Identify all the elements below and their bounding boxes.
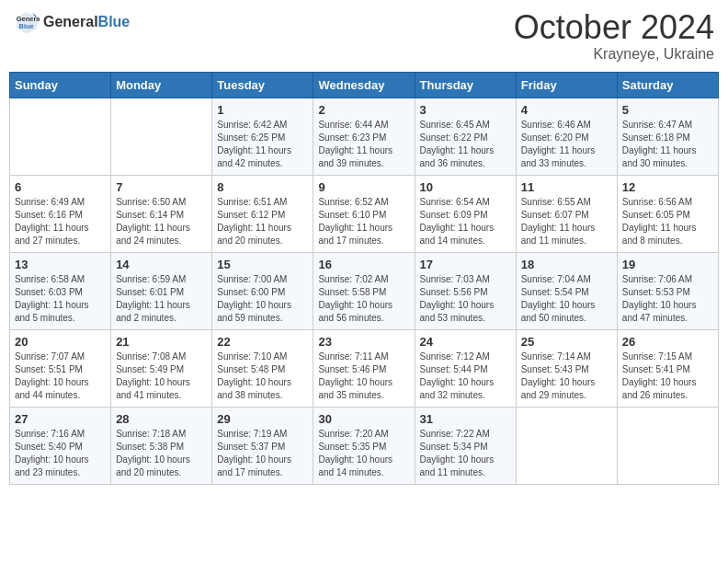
day-number: 9 — [318, 180, 409, 194]
day-number: 21 — [116, 335, 207, 349]
calendar-cell: 2Sunrise: 6:44 AM Sunset: 6:23 PM Daylig… — [313, 98, 415, 175]
day-info: Sunrise: 7:00 AM Sunset: 6:00 PM Dayligh… — [217, 273, 308, 325]
page-header: General Blue GeneralBlue October 2024 Kr… — [9, 9, 719, 63]
day-number: 6 — [15, 180, 106, 194]
day-number: 7 — [116, 180, 207, 194]
day-number: 28 — [116, 412, 207, 426]
day-number: 26 — [622, 335, 713, 349]
day-info: Sunrise: 7:07 AM Sunset: 5:51 PM Dayligh… — [15, 350, 106, 402]
column-header-friday: Friday — [516, 72, 617, 98]
calendar-cell: 22Sunrise: 7:10 AM Sunset: 5:48 PM Dayli… — [212, 329, 313, 407]
calendar-cell: 14Sunrise: 6:59 AM Sunset: 6:01 PM Dayli… — [111, 252, 212, 329]
month-title: October 2024 — [514, 9, 714, 46]
day-number: 5 — [622, 103, 713, 117]
day-info: Sunrise: 7:22 AM Sunset: 5:34 PM Dayligh… — [420, 428, 511, 479]
day-info: Sunrise: 6:51 AM Sunset: 6:12 PM Dayligh… — [217, 196, 308, 247]
column-header-thursday: Thursday — [415, 72, 516, 98]
calendar-cell — [617, 407, 718, 484]
day-info: Sunrise: 7:10 AM Sunset: 5:48 PM Dayligh… — [217, 350, 308, 402]
day-info: Sunrise: 6:58 AM Sunset: 6:03 PM Dayligh… — [15, 273, 106, 325]
calendar-cell: 21Sunrise: 7:08 AM Sunset: 5:49 PM Dayli… — [111, 329, 212, 407]
day-number: 27 — [15, 412, 106, 426]
column-header-tuesday: Tuesday — [212, 72, 313, 98]
day-info: Sunrise: 7:11 AM Sunset: 5:46 PM Dayligh… — [318, 350, 409, 402]
calendar-cell: 3Sunrise: 6:45 AM Sunset: 6:22 PM Daylig… — [415, 98, 516, 175]
calendar-cell: 31Sunrise: 7:22 AM Sunset: 5:34 PM Dayli… — [415, 407, 516, 484]
day-number: 10 — [420, 180, 511, 194]
calendar-cell: 4Sunrise: 6:46 AM Sunset: 6:20 PM Daylig… — [516, 98, 617, 175]
column-header-monday: Monday — [111, 72, 212, 98]
calendar-cell — [111, 98, 212, 175]
calendar-cell: 10Sunrise: 6:54 AM Sunset: 6:09 PM Dayli… — [415, 175, 516, 252]
column-header-saturday: Saturday — [617, 72, 718, 98]
logo-line1: GeneralBlue — [43, 14, 130, 30]
day-number: 3 — [420, 103, 511, 117]
calendar-week-3: 13Sunrise: 6:58 AM Sunset: 6:03 PM Dayli… — [10, 252, 719, 329]
day-info: Sunrise: 7:08 AM Sunset: 5:49 PM Dayligh… — [116, 350, 207, 402]
svg-text:Blue: Blue — [19, 22, 34, 30]
day-info: Sunrise: 6:42 AM Sunset: 6:25 PM Dayligh… — [217, 119, 308, 170]
calendar-cell: 24Sunrise: 7:12 AM Sunset: 5:44 PM Dayli… — [415, 329, 516, 407]
calendar-cell: 6Sunrise: 6:49 AM Sunset: 6:16 PM Daylig… — [10, 175, 111, 252]
calendar-cell: 26Sunrise: 7:15 AM Sunset: 5:41 PM Dayli… — [617, 329, 718, 407]
day-info: Sunrise: 6:44 AM Sunset: 6:23 PM Dayligh… — [318, 119, 409, 170]
day-info: Sunrise: 6:54 AM Sunset: 6:09 PM Dayligh… — [420, 196, 511, 247]
day-number: 14 — [116, 258, 207, 271]
day-number: 30 — [318, 412, 409, 426]
column-header-wednesday: Wednesday — [313, 72, 415, 98]
day-info: Sunrise: 7:04 AM Sunset: 5:54 PM Dayligh… — [521, 273, 612, 325]
day-info: Sunrise: 6:50 AM Sunset: 6:14 PM Dayligh… — [116, 196, 207, 247]
day-info: Sunrise: 6:49 AM Sunset: 6:16 PM Dayligh… — [15, 196, 106, 247]
day-info: Sunrise: 7:14 AM Sunset: 5:43 PM Dayligh… — [521, 350, 612, 402]
day-info: Sunrise: 7:15 AM Sunset: 5:41 PM Dayligh… — [622, 350, 713, 402]
day-info: Sunrise: 6:55 AM Sunset: 6:07 PM Dayligh… — [521, 196, 612, 247]
calendar-week-1: 1Sunrise: 6:42 AM Sunset: 6:25 PM Daylig… — [10, 98, 719, 175]
day-number: 29 — [217, 412, 308, 426]
calendar-cell: 20Sunrise: 7:07 AM Sunset: 5:51 PM Dayli… — [10, 329, 111, 407]
calendar-week-4: 20Sunrise: 7:07 AM Sunset: 5:51 PM Dayli… — [10, 329, 719, 407]
calendar-cell: 8Sunrise: 6:51 AM Sunset: 6:12 PM Daylig… — [212, 175, 313, 252]
calendar-cell: 7Sunrise: 6:50 AM Sunset: 6:14 PM Daylig… — [111, 175, 212, 252]
calendar-cell: 13Sunrise: 6:58 AM Sunset: 6:03 PM Dayli… — [10, 252, 111, 329]
calendar-week-2: 6Sunrise: 6:49 AM Sunset: 6:16 PM Daylig… — [10, 175, 719, 252]
calendar-cell: 30Sunrise: 7:20 AM Sunset: 5:35 PM Dayli… — [313, 407, 415, 484]
day-number: 2 — [318, 103, 409, 117]
day-info: Sunrise: 7:03 AM Sunset: 5:56 PM Dayligh… — [420, 273, 511, 325]
day-info: Sunrise: 6:56 AM Sunset: 6:05 PM Dayligh… — [622, 196, 713, 247]
calendar-cell: 5Sunrise: 6:47 AM Sunset: 6:18 PM Daylig… — [617, 98, 718, 175]
calendar-cell: 25Sunrise: 7:14 AM Sunset: 5:43 PM Dayli… — [516, 329, 617, 407]
day-number: 25 — [521, 335, 612, 349]
calendar-table: SundayMondayTuesdayWednesdayThursdayFrid… — [9, 72, 719, 485]
day-number: 13 — [15, 258, 106, 271]
calendar-week-5: 27Sunrise: 7:16 AM Sunset: 5:40 PM Dayli… — [10, 407, 719, 484]
day-info: Sunrise: 7:19 AM Sunset: 5:37 PM Dayligh… — [217, 428, 308, 479]
day-info: Sunrise: 7:20 AM Sunset: 5:35 PM Dayligh… — [318, 428, 409, 479]
location-subtitle: Krayneye, Ukraine — [514, 46, 714, 63]
calendar-cell: 11Sunrise: 6:55 AM Sunset: 6:07 PM Dayli… — [516, 175, 617, 252]
calendar-cell — [516, 407, 617, 484]
title-block: October 2024 Krayneye, Ukraine — [514, 9, 714, 63]
day-info: Sunrise: 7:16 AM Sunset: 5:40 PM Dayligh… — [15, 428, 106, 479]
calendar-cell: 18Sunrise: 7:04 AM Sunset: 5:54 PM Dayli… — [516, 252, 617, 329]
day-number: 11 — [521, 180, 612, 194]
logo-icon: General Blue — [14, 9, 40, 35]
day-number: 22 — [217, 335, 308, 349]
calendar-cell: 17Sunrise: 7:03 AM Sunset: 5:56 PM Dayli… — [415, 252, 516, 329]
column-header-sunday: Sunday — [10, 72, 111, 98]
day-number: 1 — [217, 103, 308, 117]
day-number: 17 — [420, 258, 511, 271]
day-number: 31 — [420, 412, 511, 426]
day-info: Sunrise: 6:59 AM Sunset: 6:01 PM Dayligh… — [116, 273, 207, 325]
calendar-header-row: SundayMondayTuesdayWednesdayThursdayFrid… — [10, 72, 719, 98]
day-number: 19 — [622, 258, 713, 271]
day-number: 12 — [622, 180, 713, 194]
calendar-cell: 9Sunrise: 6:52 AM Sunset: 6:10 PM Daylig… — [313, 175, 415, 252]
day-number: 16 — [318, 258, 409, 271]
calendar-cell: 15Sunrise: 7:00 AM Sunset: 6:00 PM Dayli… — [212, 252, 313, 329]
day-info: Sunrise: 7:18 AM Sunset: 5:38 PM Dayligh… — [116, 428, 207, 479]
day-number: 15 — [217, 258, 308, 271]
logo: General Blue GeneralBlue — [14, 9, 130, 35]
calendar-cell: 16Sunrise: 7:02 AM Sunset: 5:58 PM Dayli… — [313, 252, 415, 329]
day-number: 4 — [521, 103, 612, 117]
day-info: Sunrise: 6:52 AM Sunset: 6:10 PM Dayligh… — [318, 196, 409, 247]
